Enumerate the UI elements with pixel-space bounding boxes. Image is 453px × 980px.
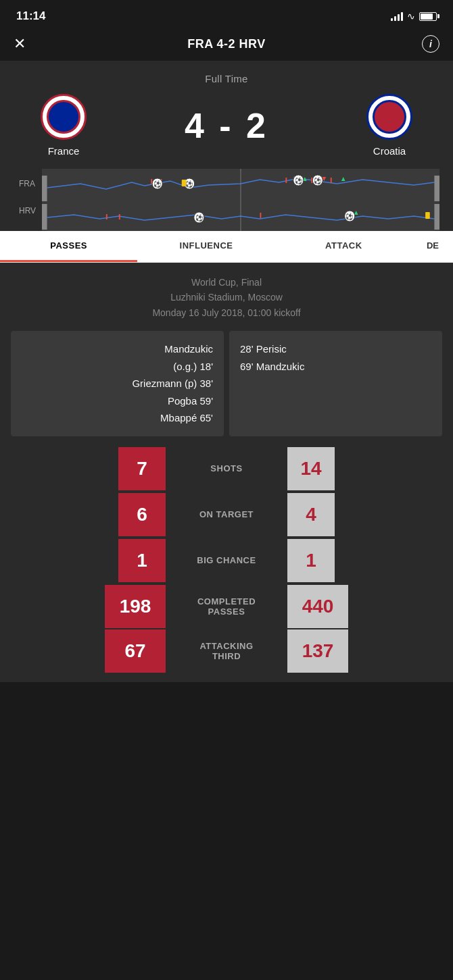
away-score: 2 [246,106,268,145]
home-goal-3: Griezmann (p) 38' [22,375,213,392]
away-goals-box: 28' Perisic 69' Mandzukic [229,331,442,436]
svg-rect-11 [106,214,108,220]
full-time-label: Full Time [14,73,439,84]
header: ✕ FRA 4-2 HRV i [0,30,453,61]
svg-rect-3 [42,204,47,230]
close-button[interactable]: ✕ [14,35,38,53]
france-badge [41,94,87,140]
away-shots-value: 14 [300,458,321,480]
home-goal-2: (o.g.) 18' [22,358,213,376]
home-attacking-bar: 67 [0,629,166,673]
tab-passes[interactable]: PASSES [0,231,137,262]
home-team-name: France [48,145,80,157]
home-bigchance-bar: 1 [0,539,166,582]
wifi-icon: ∿ [407,11,415,22]
croatia-inner [373,100,406,134]
tab-attack[interactable]: ATTACK [275,231,412,262]
bigchance-label: BIG CHANCE [166,555,287,565]
svg-rect-5 [434,204,439,230]
content-area: World Cup, Final Luzhniki Stadium, Mosco… [0,263,453,682]
stat-row-big-chance: 1 BIG CHANCE 1 [0,539,453,582]
france-inner [47,100,80,134]
stat-row-completed-passes: 198 COMPLETEDPASSES 440 [0,585,453,628]
timeline-labels: FRA HRV [14,163,36,231]
home-attacking-box: 67 [105,629,166,673]
svg-rect-32 [182,180,187,186]
home-ontarget-box: 6 [118,493,166,536]
svg-text:⚽: ⚽ [153,180,162,188]
home-goal-1: Mandzukic [22,340,213,358]
home-shots-bar: 7 [0,447,166,490]
away-shots-box: 14 [287,447,335,490]
fra-label: FRA [14,180,36,188]
svg-rect-10 [331,178,332,183]
svg-rect-12 [119,214,120,220]
away-ontarget-bar: 4 [287,493,453,536]
svg-text:⚽: ⚽ [195,213,204,222]
svg-rect-33 [425,212,430,219]
timeline-svg: ⚽ ⚽ ⚽ ⚽ ⚽ ⚽ [42,169,439,231]
home-bigchance-box: 1 [118,539,166,582]
match-info: World Cup, Final Luzhniki Stadium, Mosco… [0,263,453,331]
match-title: FRA 4-2 HRV [187,37,266,51]
timeline-section: FRA HRV [14,163,439,231]
stat-row-attacking-third: 67 ATTACKINGTHIRD 137 [0,631,453,671]
home-score: 4 [185,106,207,145]
home-bigchance-value: 1 [137,550,147,571]
status-time: 11:14 [16,9,45,23]
tab-de[interactable]: DE [412,231,453,262]
match-info-text: World Cup, Final Luzhniki Stadium, Mosco… [14,275,439,320]
tab-influence[interactable]: INFLUENCE [137,231,275,262]
home-passes-box: 198 [105,585,166,628]
home-ontarget-value: 6 [137,504,147,525]
ontarget-label: ON TARGET [166,509,287,519]
away-ontarget-value: 4 [306,504,316,525]
croatia-badge [366,94,412,140]
svg-text:⚽: ⚽ [295,176,304,185]
away-team-name: Croatia [373,145,406,157]
away-bigchance-value: 1 [306,550,316,571]
away-bigchance-bar: 1 [287,539,453,582]
status-bar: 11:14 ∿ [0,0,453,30]
signal-icon [391,11,403,21]
home-passes-value: 198 [120,596,151,617]
away-attacking-box: 137 [287,629,348,673]
stats-section: 7 SHOTS 14 6 ON TARGET 4 [0,447,453,682]
away-bigchance-box: 1 [287,539,335,582]
timeline-canvas: ⚽ ⚽ ⚽ ⚽ ⚽ ⚽ [42,169,439,231]
away-attacking-bar: 137 [287,629,453,673]
home-goal-4: Pogba 59' [22,392,213,410]
tabs-section: PASSES INFLUENCE ATTACK DE [0,231,453,263]
home-attacking-value: 67 [124,640,145,662]
score-display: 4 - 2 [185,105,268,146]
shots-label: SHOTS [166,463,287,473]
away-passes-bar: 440 [287,585,453,628]
home-shots-box: 7 [118,447,166,490]
info-button[interactable]: i [415,35,439,53]
away-passes-value: 440 [302,596,334,617]
home-shots-value: 7 [137,458,147,480]
away-goal-1: 28' Perisic [240,340,431,358]
score-separator: - [219,106,246,145]
svg-rect-13 [260,213,261,218]
svg-rect-2 [42,176,47,201]
away-goal-2: 69' Mandzukic [240,358,431,376]
score-section: Full Time France 4 - 2 Croatia FRA HRV [0,61,453,231]
score-row: France 4 - 2 Croatia [14,94,439,157]
svg-rect-8 [285,178,287,183]
home-goals-box: Mandzukic (o.g.) 18' Griezmann (p) 38' P… [11,331,224,436]
stat-row-on-target: 6 ON TARGET 4 [0,493,453,536]
home-goal-5: Mbappé 65' [22,409,213,427]
hrv-label: HRV [14,207,36,215]
svg-text:⚽: ⚽ [345,212,354,221]
stat-row-shots: 7 SHOTS 14 [0,447,453,490]
home-ontarget-bar: 6 [0,493,166,536]
svg-text:⚽: ⚽ [314,176,323,185]
info-icon[interactable]: i [422,35,439,53]
attacking-label: ATTACKINGTHIRD [166,641,287,661]
away-shots-bar: 14 [287,447,453,490]
away-ontarget-box: 4 [287,493,335,536]
goals-section: Mandzukic (o.g.) 18' Griezmann (p) 38' P… [11,331,442,436]
battery-icon [419,12,437,21]
svg-text:⚽: ⚽ [185,180,194,188]
